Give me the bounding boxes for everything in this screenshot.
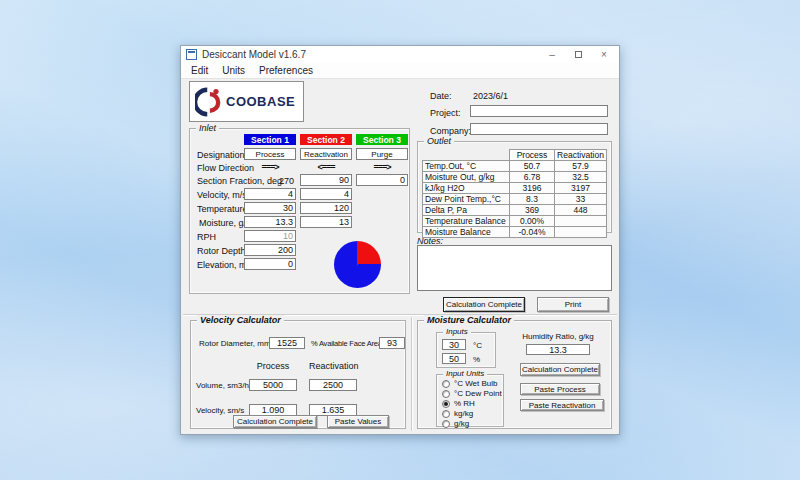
flow-arrow-2: <===: [300, 162, 352, 172]
rh-input[interactable]: [442, 353, 466, 364]
company-input[interactable]: [470, 123, 608, 135]
outlet-row: kJ/kg H2O 3196 3197: [423, 183, 607, 194]
outlet-cell-process: -0.04%: [510, 227, 555, 238]
calc-complete-button[interactable]: Calculation Complete: [443, 297, 525, 312]
outlet-col-process: Process: [510, 150, 555, 161]
outlet-cell-process: 8.3: [510, 194, 555, 205]
input-units-group: Input Units °C Wet Bulb °C Dew Point % R…: [436, 374, 504, 427]
maximize-icon: [575, 51, 582, 58]
paste-values-button[interactable]: Paste Values: [327, 415, 389, 428]
section-fraction-input-3[interactable]: [356, 174, 408, 186]
window-title: Desiccant Model v1.6.7: [202, 49, 306, 60]
paste-reactivation-button[interactable]: Paste Reactivation: [520, 399, 604, 411]
flow-arrow-3: ===>: [356, 162, 408, 172]
section-fraction-input-2[interactable]: [300, 174, 352, 186]
project-input[interactable]: [470, 105, 608, 117]
outlet-row-label: Delta P, Pa: [423, 205, 510, 216]
outlet-cell-reactivation: 57.9: [555, 161, 607, 172]
temperature-input-2[interactable]: [300, 202, 352, 214]
section-2-header: Section 2: [300, 134, 352, 145]
close-button[interactable]: ×: [591, 46, 617, 63]
brand-name: COOBASE: [226, 94, 295, 109]
maximize-button[interactable]: [565, 46, 591, 63]
radio-wet-bulb[interactable]: °C Wet Bulb: [442, 379, 498, 388]
humidity-ratio-input[interactable]: [526, 344, 590, 355]
humidity-ratio-label: Humidity Ratio, g/kg: [516, 332, 600, 341]
outlet-cell-reactivation: [555, 227, 607, 238]
volume-label: Volume, sm3/h: [196, 381, 249, 390]
inputs-group: Inputs °C %: [436, 332, 496, 368]
moisture-input-1[interactable]: [244, 216, 296, 228]
inlet-group: Inlet Section 1 Section 2 Section 3 Desi…: [189, 128, 410, 294]
outlet-row: Delta P, Pa 369 448: [423, 205, 607, 216]
brand-logo: COOBASE: [189, 81, 304, 122]
outlet-row: Dew Point Temp.,°C 8.3 33: [423, 194, 607, 205]
outlet-cell-process: 6.78: [510, 172, 555, 183]
temp-input[interactable]: [442, 339, 466, 350]
moisture-calc-complete-button[interactable]: Calculation Complete: [520, 363, 600, 376]
velocity-calc-col-reactivation: Reactivation: [309, 361, 357, 371]
menubar: Edit Units Preferences: [181, 63, 619, 79]
elevation-input[interactable]: [244, 258, 296, 270]
temperature-input-1[interactable]: [244, 202, 296, 214]
date-label: Date:: [430, 91, 452, 101]
outlet-row: Temperature Balance 0.00%: [423, 216, 607, 227]
face-area-input[interactable]: [379, 337, 405, 349]
radio-icon: [442, 410, 450, 418]
notes-textarea[interactable]: [417, 245, 612, 291]
designation-input-1[interactable]: [244, 148, 296, 160]
inlet-title: Inlet: [196, 123, 219, 133]
velocity-calc-col-process: Process: [249, 361, 297, 371]
section-fraction-value-1: 270: [244, 176, 294, 186]
radio-icon: [442, 390, 450, 398]
radio-rh[interactable]: % RH: [442, 399, 475, 408]
designation-input-2[interactable]: [300, 148, 352, 160]
outlet-row: Moisture Out, g/kg 6.78 32.5: [423, 172, 607, 183]
velocity-label: Velocity, m/s: [197, 190, 247, 200]
window-controls: – ×: [539, 46, 617, 63]
velocity-calc-velocity-label: Velocity, sm/s: [196, 406, 244, 415]
moisture-calc-title: Moisture Calculator: [424, 315, 514, 325]
volume-process-input[interactable]: [249, 379, 297, 391]
outlet-cell-reactivation: [555, 216, 607, 227]
moisture-input-2[interactable]: [300, 216, 352, 228]
designation-label: Designation: [197, 150, 245, 160]
outlet-header-blank: [423, 150, 510, 161]
radio-label: °C Wet Bulb: [454, 379, 498, 388]
rotor-depth-input[interactable]: [244, 244, 296, 256]
rph-input[interactable]: [244, 230, 296, 242]
velocity-input-1[interactable]: [244, 188, 296, 200]
outlet-cell-process: 50.7: [510, 161, 555, 172]
radio-label: % RH: [454, 399, 475, 408]
volume-reactivation-input[interactable]: [309, 379, 357, 391]
outlet-title: Outlet: [424, 136, 454, 146]
outlet-group: Outlet Process Reactivation Temp.Out, °C…: [417, 141, 612, 233]
inputs-title: Inputs: [443, 327, 471, 336]
rotor-diameter-input[interactable]: [269, 337, 305, 349]
company-label: Company:: [430, 126, 471, 136]
outlet-row: Moisture Balance -0.04%: [423, 227, 607, 238]
outlet-row-label: Dew Point Temp.,°C: [423, 194, 510, 205]
designation-input-3[interactable]: [356, 148, 408, 160]
radio-dew-point[interactable]: °C Dew Point: [442, 389, 502, 398]
outlet-cell-reactivation: 32.5: [555, 172, 607, 183]
titlebar[interactable]: Desiccant Model v1.6.7 – ×: [181, 46, 619, 63]
radio-kgkg[interactable]: kg/kg: [442, 409, 473, 418]
temp-unit-label: °C: [473, 341, 482, 350]
minimize-button[interactable]: –: [539, 46, 565, 63]
project-label: Project:: [430, 108, 461, 118]
menu-edit[interactable]: Edit: [185, 64, 214, 77]
brand-mark-icon: [195, 87, 223, 117]
print-button[interactable]: Print: [537, 297, 609, 312]
radio-gkg[interactable]: g/kg: [442, 419, 469, 428]
desktop: Desiccant Model v1.6.7 – × Edit Units Pr…: [0, 0, 800, 480]
menu-units[interactable]: Units: [216, 64, 251, 77]
velocity-calc-title: Velocity Calculator: [197, 315, 284, 325]
velocity-calc-complete-button[interactable]: Calculation Complete: [233, 415, 317, 428]
paste-process-button[interactable]: Paste Process: [520, 383, 600, 395]
elevation-label: Elevation, m: [197, 260, 247, 270]
menu-preferences[interactable]: Preferences: [253, 64, 319, 77]
outlet-row: Temp.Out, °C 50.7 57.9: [423, 161, 607, 172]
velocity-input-2[interactable]: [300, 188, 352, 200]
radio-icon: [442, 380, 450, 388]
